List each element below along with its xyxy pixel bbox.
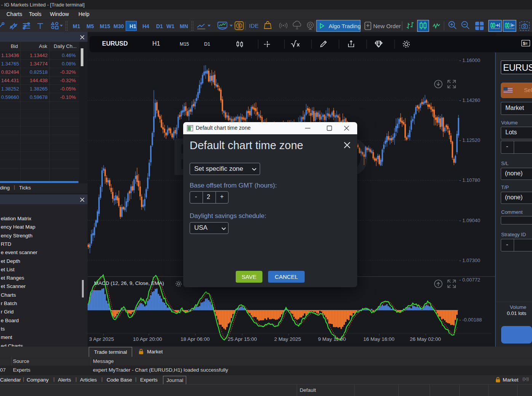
svg-text:$=: $= [523, 41, 528, 46]
